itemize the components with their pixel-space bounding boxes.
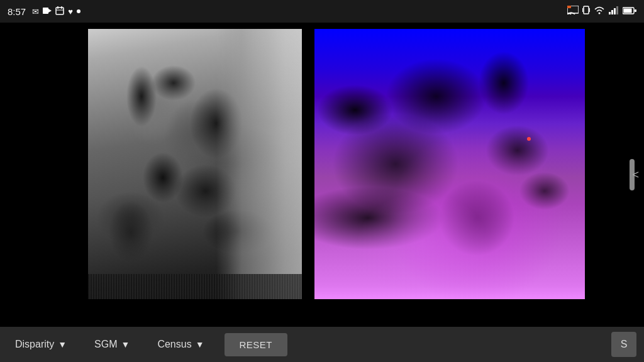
disparity-image — [314, 29, 585, 299]
sgm-dropdown[interactable]: SGM ▼ — [87, 334, 137, 355]
svg-rect-2 — [56, 8, 64, 14]
left-image-panel — [0, 23, 302, 327]
video-icon — [43, 7, 52, 16]
main-content: < — [0, 23, 644, 327]
signal-icon — [609, 6, 619, 17]
status-right-icons — [567, 5, 636, 18]
disparity-dropdown[interactable]: Disparity ▼ — [8, 334, 74, 355]
svg-rect-14 — [611, 10, 613, 14]
svg-rect-0 — [43, 8, 48, 14]
heart-icon: ♥ — [68, 7, 73, 16]
svg-rect-13 — [609, 12, 611, 14]
svg-rect-7 — [567, 6, 571, 8]
svg-rect-19 — [635, 9, 636, 12]
status-icons: ✉ ♥ — [32, 6, 80, 17]
gmail-icon: ✉ — [32, 7, 39, 16]
svg-point-12 — [599, 13, 601, 14]
svg-rect-9 — [584, 6, 589, 14]
disparity-arrow-icon: ▼ — [58, 339, 67, 349]
s-button[interactable]: S — [611, 332, 636, 357]
battery-icon — [623, 6, 636, 17]
svg-rect-15 — [614, 8, 616, 14]
status-time: 8:57 — [8, 6, 26, 17]
census-label: Census — [157, 339, 191, 350]
census-arrow-icon: ▼ — [196, 339, 204, 349]
vibrate-icon — [582, 5, 590, 18]
wall-area — [216, 29, 302, 299]
svg-rect-18 — [624, 9, 632, 13]
cast-icon — [567, 6, 579, 17]
sgm-label: SGM — [94, 339, 117, 350]
status-dot — [77, 9, 80, 13]
wifi-icon — [594, 6, 605, 17]
disparity-label: Disparity — [15, 339, 54, 350]
status-bar: 8:57 ✉ ♥ — [0, 0, 644, 23]
bottom-toolbar: Disparity ▼ SGM ▼ Census ▼ RESET S — [0, 327, 644, 362]
calendar-icon — [55, 6, 64, 17]
census-dropdown[interactable]: Census ▼ — [150, 334, 211, 355]
sgm-arrow-icon: ▼ — [121, 339, 130, 349]
svg-marker-1 — [48, 9, 52, 13]
chevron-right-icon[interactable]: < — [632, 168, 639, 182]
right-disparity-panel: < — [302, 23, 644, 327]
reset-button[interactable]: RESET — [225, 333, 288, 356]
svg-rect-16 — [616, 6, 618, 14]
grayscale-image — [88, 29, 302, 299]
